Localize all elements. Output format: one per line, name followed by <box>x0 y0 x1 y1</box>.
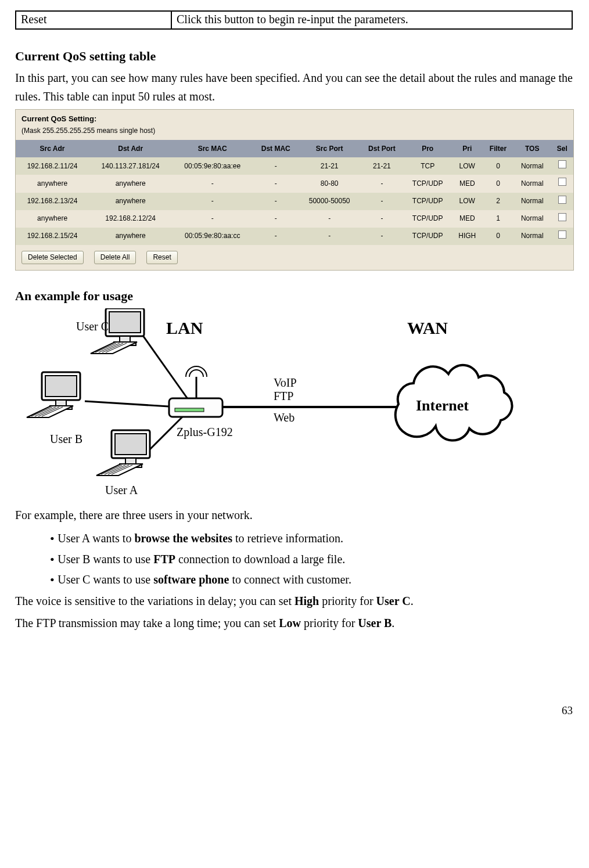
network-diagram: User C User B User A LAN WAN Internet Zp… <box>15 308 573 500</box>
text-bold: User C <box>376 595 411 607</box>
svg-rect-13 <box>175 408 204 412</box>
table-cell: - <box>360 210 404 228</box>
table-cell: - <box>360 175 404 192</box>
text: to connect with customer. <box>229 573 351 586</box>
label-internet: Internet <box>416 397 469 414</box>
param-name-cell: Reset <box>16 11 171 29</box>
table-row: 192.168.2.15/24anywhere00:05:9e:80:aa:cc… <box>16 228 573 245</box>
hdr-src-port: Src Port <box>299 140 360 157</box>
select-cell <box>551 228 573 245</box>
hdr-src-adr: Src Adr <box>16 140 89 157</box>
table-row: anywhereanywhere--80-80-TCP/UDPMED0Norma… <box>16 175 573 192</box>
table-cell: 00:05:9e:80:aa:ee <box>172 157 253 175</box>
label-wan: WAN <box>407 318 448 337</box>
reset-button[interactable]: Reset <box>146 251 177 264</box>
section-title-qos: Current QoS setting table <box>15 46 573 66</box>
table-cell: - <box>253 228 299 245</box>
qos-header-row: Src Adr Dst Adr Src MAC Dst MAC Src Port… <box>16 140 573 157</box>
qos-button-row: Delete Selected Delete All Reset <box>16 245 573 270</box>
select-checkbox[interactable] <box>558 230 566 239</box>
hdr-dst-mac: Dst MAC <box>253 140 299 157</box>
table-row: 192.168.2.13/24anywhere--50000-50050-TCP… <box>16 193 573 210</box>
table-cell: anywhere <box>16 175 89 192</box>
table-cell: - <box>253 210 299 228</box>
pc-user-a-icon <box>96 430 150 476</box>
text-bold: Low <box>279 617 301 629</box>
param-desc-cell: Click this button to begin re-input the … <box>171 11 572 29</box>
table-cell: 140.113.27.181/24 <box>89 157 172 175</box>
text-bold: FTP <box>153 553 175 566</box>
table-cell: TCP/UDP <box>404 228 452 245</box>
router-icon <box>169 366 222 417</box>
parameter-row-table: Reset Click this button to begin re-inpu… <box>15 10 573 30</box>
table-cell: 192.168.2.11/24 <box>16 157 89 175</box>
table-cell: LOW <box>451 193 483 210</box>
table-cell: 1 <box>483 210 513 228</box>
table-cell: 80-80 <box>299 175 360 192</box>
table-cell: Normal <box>513 193 551 210</box>
text: . <box>392 617 394 629</box>
delete-selected-button[interactable]: Delete Selected <box>21 251 84 264</box>
hdr-pro: Pro <box>404 140 452 157</box>
text: User A wants to <box>58 532 134 545</box>
text: priority for <box>319 595 376 607</box>
example-list: User A wants to browse the websites to r… <box>15 528 573 589</box>
table-cell: - <box>253 157 299 175</box>
list-item: User A wants to browse the websites to r… <box>50 528 573 548</box>
qos-panel-subtitle: (Mask 255.255.255.255 means single host) <box>16 125 573 140</box>
table-cell: Normal <box>513 228 551 245</box>
select-cell <box>551 193 573 210</box>
select-checkbox[interactable] <box>558 160 566 168</box>
table-cell: TCP/UDP <box>404 175 452 192</box>
table-cell: TCP/UDP <box>404 193 452 210</box>
qos-settings-panel: Current QoS Setting: (Mask 255.255.255.2… <box>15 109 574 271</box>
delete-all-button[interactable]: Delete All <box>94 251 137 264</box>
table-cell: - <box>299 228 360 245</box>
page-number: 63 <box>15 702 573 719</box>
table-cell: anywhere <box>89 175 172 192</box>
svg-line-8 <box>140 332 189 401</box>
table-cell: - <box>253 175 299 192</box>
text: User B wants to use <box>58 553 153 566</box>
table-cell: LOW <box>451 157 483 175</box>
table-cell: 50000-50050 <box>299 193 360 210</box>
select-cell <box>551 175 573 192</box>
table-cell: 192.168.2.12/24 <box>89 210 172 228</box>
table-cell: Normal <box>513 210 551 228</box>
text: User C wants to use <box>58 573 153 586</box>
table-cell: MED <box>451 175 483 192</box>
select-checkbox[interactable] <box>558 213 566 221</box>
qos-panel-title: Current QoS Setting: <box>16 110 573 125</box>
table-cell: - <box>299 210 360 228</box>
table-cell: 0 <box>483 175 513 192</box>
hdr-filter: Filter <box>483 140 513 157</box>
text: to retrieve information. <box>232 532 343 545</box>
table-row: 192.168.2.11/24140.113.27.181/2400:05:9e… <box>16 157 573 175</box>
example-p1: The voice is sensitive to the variations… <box>15 592 573 610</box>
table-cell: TCP/UDP <box>404 210 452 228</box>
example-intro: For example, there are three users in yo… <box>15 506 573 524</box>
table-cell: anywhere <box>16 210 89 228</box>
table-cell: Normal <box>513 175 551 192</box>
qos-table: Src Adr Dst Adr Src MAC Dst MAC Src Port… <box>16 140 573 245</box>
select-checkbox[interactable] <box>558 196 566 204</box>
table-cell: anywhere <box>89 193 172 210</box>
text-bold: High <box>294 595 319 607</box>
table-cell: 0 <box>483 157 513 175</box>
table-cell: anywhere <box>89 228 172 245</box>
table-cell: Normal <box>513 157 551 175</box>
pc-user-b-icon <box>27 372 80 417</box>
table-cell: 0 <box>483 228 513 245</box>
label-ftp: FTP <box>274 390 293 402</box>
text-bold: User B <box>358 617 392 629</box>
section-title-example: An example for usage <box>15 286 573 306</box>
hdr-pri: Pri <box>451 140 483 157</box>
hdr-dst-adr: Dst Adr <box>89 140 172 157</box>
table-cell: - <box>360 193 404 210</box>
table-cell: 192.168.2.15/24 <box>16 228 89 245</box>
text: . <box>411 595 414 607</box>
select-cell <box>551 210 573 228</box>
select-checkbox[interactable] <box>558 178 566 186</box>
text-bold: software phone <box>153 573 229 586</box>
text-bold: browse the websites <box>134 532 232 545</box>
